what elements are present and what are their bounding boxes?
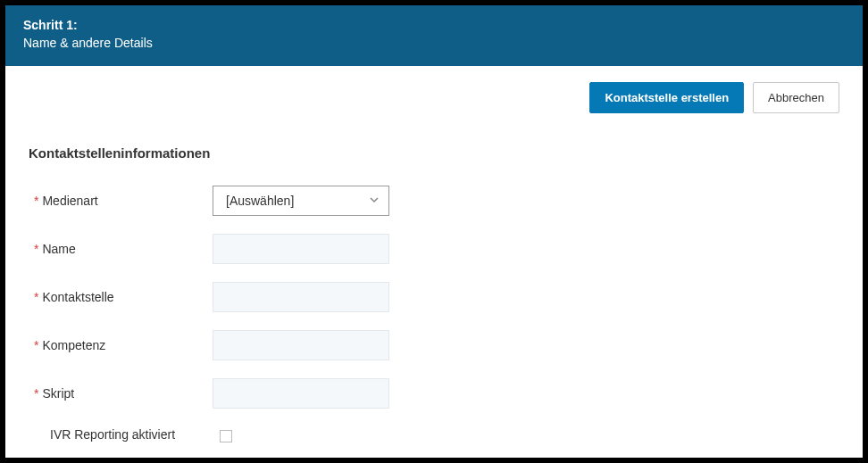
label-ivr-reporting: IVR Reporting aktiviert — [34, 426, 213, 442]
contact-point-input[interactable] — [213, 282, 389, 312]
chevron-down-icon — [369, 194, 380, 208]
select-value: [Auswählen] — [226, 194, 294, 208]
label-skill: * Kompetenz — [34, 338, 213, 352]
label-name: * Name — [34, 242, 213, 256]
label-text: Skript — [42, 386, 74, 401]
form-panel: Schritt 1: Name & andere Details Kontakt… — [5, 5, 863, 458]
script-input[interactable] — [213, 378, 389, 409]
media-type-select[interactable]: [Auswählen] — [213, 186, 389, 216]
name-input[interactable] — [213, 234, 389, 264]
cancel-button[interactable]: Abbrechen — [753, 82, 839, 113]
row-media-type: * Medienart [Auswählen] — [34, 186, 839, 216]
form-rows: * Medienart [Auswählen] * Name — [29, 186, 839, 442]
required-asterisk: * — [34, 386, 38, 401]
create-button[interactable]: Kontaktstelle erstellen — [589, 82, 744, 113]
action-bar: Kontaktstelle erstellen Abbrechen — [29, 82, 839, 113]
row-name: * Name — [34, 234, 839, 264]
step-label: Schritt 1: — [23, 18, 845, 32]
label-contact-point: * Kontaktstelle — [34, 290, 213, 304]
required-asterisk: * — [34, 290, 38, 304]
required-asterisk: * — [34, 338, 38, 352]
ivr-reporting-checkbox[interactable] — [220, 430, 232, 442]
label-text: IVR Reporting aktiviert — [50, 426, 175, 442]
section-title: Kontaktstelleninformationen — [29, 145, 839, 161]
label-text: Name — [42, 242, 75, 256]
label-text: Kontaktstelle — [42, 290, 113, 304]
row-contact-point: * Kontaktstelle — [34, 282, 839, 312]
step-subtitle: Name & andere Details — [23, 36, 845, 50]
label-text: Medienart — [42, 194, 97, 208]
row-ivr-reporting: IVR Reporting aktiviert — [34, 426, 839, 442]
required-asterisk: * — [34, 194, 38, 208]
label-media-type: * Medienart — [34, 194, 213, 208]
row-skill: * Kompetenz — [34, 330, 839, 360]
content: Kontaktstelle erstellen Abbrechen Kontak… — [5, 66, 863, 458]
row-script: * Skript — [34, 378, 839, 409]
wizard-header: Schritt 1: Name & andere Details — [5, 5, 863, 66]
skill-input[interactable] — [213, 330, 389, 360]
label-script: * Skript — [34, 386, 213, 401]
required-asterisk: * — [34, 242, 38, 256]
label-text: Kompetenz — [42, 338, 105, 352]
